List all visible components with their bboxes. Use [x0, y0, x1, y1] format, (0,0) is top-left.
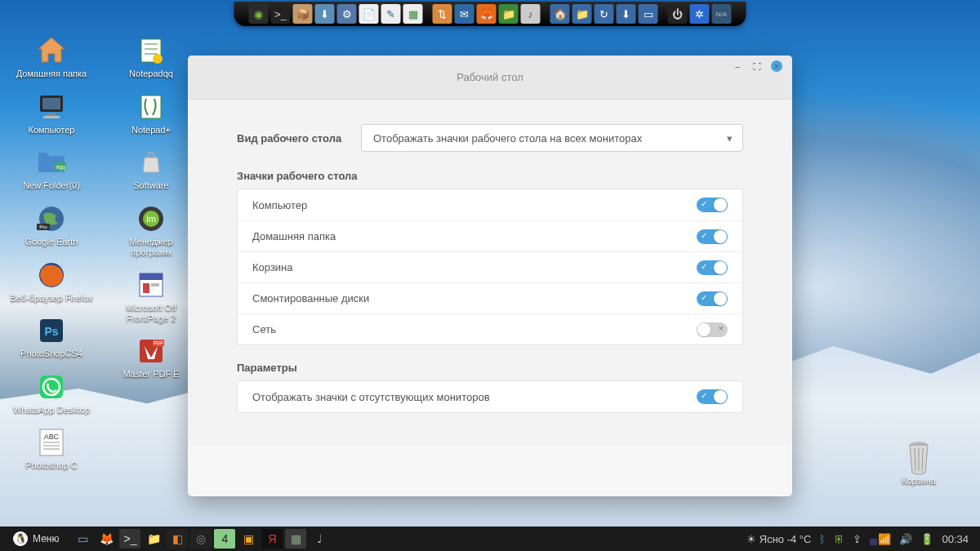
terminal-task-icon[interactable]: >_	[119, 529, 140, 549]
firefox-icon[interactable]: 🦊	[477, 4, 497, 24]
folder2-icon[interactable]: ▭	[639, 4, 658, 24]
desktop-icon-label: Домашняя папка	[16, 69, 87, 79]
toggle-switch[interactable]	[697, 389, 728, 404]
download-icon[interactable]: ⬇	[315, 4, 335, 24]
close-button[interactable]: ×	[771, 60, 782, 72]
svg-rect-1	[42, 98, 60, 109]
toggle-switch[interactable]	[697, 260, 728, 275]
weather-applet[interactable]: ☀ Ясно -4 °C	[746, 533, 811, 545]
window-titlebar[interactable]: Рабочий стол – ⛶ ×	[188, 56, 792, 100]
shield-icon[interactable]: ⛨	[834, 533, 844, 545]
desktop-icon-label: Google Earth	[25, 237, 78, 247]
desktop-icon-label: Notepad+	[131, 125, 171, 136]
downloads-folder-icon[interactable]: ⬇	[617, 4, 636, 24]
svg-rect-3	[43, 116, 60, 118]
taskbar-icons: ▭🦊>_📁◧◎4▣Я▦♩	[72, 529, 330, 549]
row-label: Сеть	[252, 323, 697, 335]
equalizer-icon[interactable]: ♪	[521, 4, 541, 24]
package-icon[interactable]: 📦	[293, 4, 313, 24]
desktop-icon[interactable]: ABC Photoshop C	[7, 423, 96, 474]
trash-label: Корзина	[902, 476, 936, 487]
desktop-icon[interactable]: Компьютер	[7, 87, 96, 139]
writer-icon[interactable]: ✎	[381, 4, 401, 24]
svg-rect-2	[47, 113, 56, 116]
toggle-switch[interactable]	[697, 229, 728, 244]
notepad-icon	[132, 34, 170, 67]
accessibility-icon[interactable]: ✲	[690, 4, 710, 24]
battery-icon[interactable]: 🔋	[920, 533, 933, 545]
notepadpp-icon	[132, 91, 170, 123]
list-row: Корзина	[238, 251, 742, 282]
bluetooth-icon[interactable]: ᛒ	[819, 533, 826, 545]
files-icon[interactable]: 📁	[499, 4, 519, 24]
desktop-icon[interactable]: Веб-браузер Firefox	[7, 256, 96, 307]
system-tray: ☀ Ясно -4 °C ᛒ ⛨ ⇪ 📶 🔊 🔋 00:34	[746, 533, 975, 545]
desktop-icon[interactable]: Software	[106, 143, 196, 194]
backup-icon[interactable]: ↻	[595, 4, 614, 24]
clock[interactable]: 00:34	[942, 533, 969, 545]
toggle-switch[interactable]	[697, 322, 728, 337]
firefox-task-icon[interactable]: 🦊	[96, 529, 117, 549]
list-row: Компьютер	[238, 189, 742, 220]
earth-icon: Pro	[33, 202, 70, 235]
list-row: Сеть	[238, 313, 742, 344]
thunderbird-icon[interactable]: ✉	[455, 4, 474, 24]
sound-task-icon[interactable]: ♩	[309, 529, 330, 549]
workspace-task-icon[interactable]: ▦	[285, 529, 306, 549]
desktop-icon[interactable]: WhatsApp Desktop	[7, 367, 96, 419]
trash-desktop-icon[interactable]: Корзина	[874, 438, 964, 490]
app1-task-icon[interactable]: ◧	[167, 529, 188, 549]
maximize-button[interactable]: ⛶	[751, 60, 763, 72]
desktop-icon-label: Software	[133, 180, 168, 191]
minimize-button[interactable]: –	[732, 60, 743, 72]
updates-icon[interactable]: ⇪	[853, 533, 862, 545]
row-label: Отображать значки с отсутствующих монито…	[252, 391, 697, 403]
yandex-task-icon[interactable]: Я	[261, 529, 283, 549]
top-dock: ◉>_📦⬇⚙📄✎▦⇅✉🦊📁♪🏠📁↻⬇▭⏻✲N/A	[234, 2, 746, 26]
desktop-icon[interactable]: Microsoft Off FrontPage 2	[106, 265, 196, 327]
desktop-icon-label: PhotoShopCS4	[20, 349, 82, 359]
bottom-panel: 🐧 Меню ▭🦊>_📁◧◎4▣Я▦♩ ☀ Ясно -4 °C ᛒ ⛨ ⇪ 📶…	[0, 527, 980, 551]
svg-text:Ps: Ps	[44, 325, 58, 338]
home-folder-icon[interactable]: 🏠	[550, 4, 570, 24]
toggle-switch[interactable]	[697, 291, 728, 306]
list-row: Смонтированные диски	[238, 282, 742, 313]
desktop-icon-label: Notepadqq	[129, 69, 173, 79]
camera-task-icon[interactable]: ◎	[190, 529, 212, 549]
window-body: Вид рабочего стола Отображать значки раб…	[188, 100, 792, 446]
menu-label: Меню	[33, 533, 59, 544]
desktop-icon[interactable]: Notepadqq	[106, 31, 196, 82]
desktop-icon[interactable]: Notepad+	[106, 87, 196, 139]
volume-icon[interactable]: 🔊	[899, 533, 912, 545]
wifi-icon[interactable]: 📶	[878, 533, 891, 545]
switcher-task-icon[interactable]: ▣	[238, 529, 259, 549]
desktop-icon[interactable]: PDF Master PDF E	[106, 331, 196, 383]
folder-icon: nqq	[33, 146, 70, 179]
desktop-icon[interactable]: Pro Google Earth	[7, 199, 96, 251]
svg-point-20	[153, 54, 163, 64]
deviantart-task-icon[interactable]: 4	[214, 529, 235, 549]
desktop-icon[interactable]: nqq New Folder(0)	[7, 143, 96, 194]
calc-icon[interactable]: ▦	[403, 4, 423, 24]
show-desktop-icon[interactable]: ▭	[72, 529, 93, 549]
shutdown-icon[interactable]: ⏻	[668, 4, 688, 24]
view-mode-dropdown[interactable]: Отображать значки рабочего стола на всех…	[361, 124, 743, 152]
toggle-switch[interactable]	[697, 198, 728, 212]
desktop-icon[interactable]: Домашняя папка	[7, 31, 96, 82]
network-icon[interactable]: N/A	[712, 4, 732, 24]
mint-logo-icon: 🐧	[13, 531, 28, 546]
mint-menu-icon[interactable]: ◉	[249, 4, 269, 24]
menu-button[interactable]: 🐧 Меню	[5, 527, 67, 551]
svg-text:Pro: Pro	[39, 224, 47, 229]
files-task-icon[interactable]: 📁	[143, 529, 164, 549]
folder-icon[interactable]: 📁	[572, 4, 592, 24]
svg-text:lm: lm	[146, 214, 156, 224]
desktop-icon[interactable]: lm Менеджер программ	[106, 199, 196, 260]
abc-icon: ABC	[33, 426, 70, 459]
terminal-icon[interactable]: >_	[271, 4, 291, 24]
office-icon[interactable]: 📄	[359, 4, 379, 24]
desktop-icon[interactable]: Ps PhotoShopCS4	[7, 311, 96, 362]
settings-icon[interactable]: ⚙	[337, 4, 357, 24]
transmission-icon[interactable]: ⇅	[433, 4, 452, 24]
svg-text:ABC: ABC	[44, 433, 60, 441]
